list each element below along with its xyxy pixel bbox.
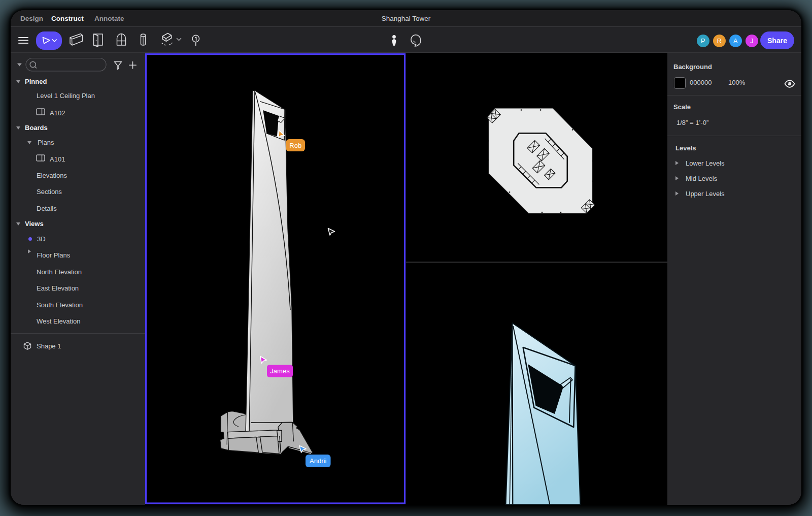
- svg-text:Rob: Rob: [289, 142, 301, 149]
- svg-text:Andrii: Andrii: [310, 457, 326, 465]
- svg-text:James: James: [270, 367, 290, 375]
